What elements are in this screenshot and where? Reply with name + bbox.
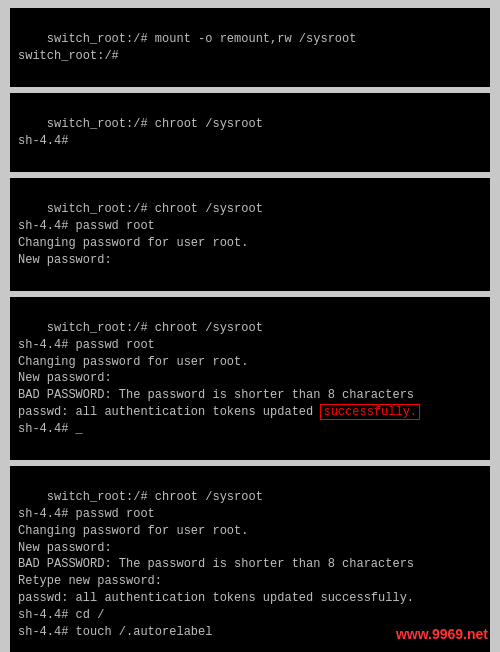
terminal-line: Changing password for user root. xyxy=(18,236,248,250)
terminal-line: sh-4.4# _ xyxy=(18,422,83,436)
terminal-block-3: switch_root:/# chroot /sysroot sh-4.4# p… xyxy=(10,178,490,291)
terminal-line: switch_root:/# chroot /sysroot xyxy=(47,117,263,131)
terminal-line: BAD PASSWORD: The password is shorter th… xyxy=(18,557,414,571)
terminal-line: switch_root:/# chroot /sysroot xyxy=(47,490,263,504)
terminal-line: switch_root:/# chroot /sysroot xyxy=(47,202,263,216)
terminal-line: New password: xyxy=(18,371,112,385)
terminal-line: switch_root:/# mount -o remount,rw /sysr… xyxy=(47,32,357,46)
terminal-line: Retype new password: xyxy=(18,574,162,588)
terminal-line: New password: xyxy=(18,541,112,555)
terminal-line: sh-4.4# passwd root xyxy=(18,338,155,352)
terminal-line: Changing password for user root. xyxy=(18,355,248,369)
terminal-block-2: switch_root:/# chroot /sysroot sh-4.4# xyxy=(10,93,490,172)
terminal-line: sh-4.4# xyxy=(18,134,68,148)
terminal-line: sh-4.4# passwd root xyxy=(18,507,155,521)
terminal-block-5: switch_root:/# chroot /sysroot sh-4.4# p… xyxy=(10,466,490,652)
terminal-line: sh-4.4# cd / xyxy=(18,608,104,622)
page-container: switch_root:/# mount -o remount,rw /sysr… xyxy=(0,0,500,652)
terminal-line: switch_root:/# chroot /sysroot xyxy=(47,321,263,335)
terminal-line: passwd: all authentication tokens update… xyxy=(18,404,420,420)
terminal-line: sh-4.4# touch /.autorelabel xyxy=(18,625,212,639)
watermark: www.9969.net xyxy=(396,626,488,642)
terminal-line: passwd: all authentication tokens update… xyxy=(18,591,414,605)
terminal-line: sh-4.4# passwd root xyxy=(18,219,155,233)
terminal-block-1: switch_root:/# mount -o remount,rw /sysr… xyxy=(10,8,490,87)
terminal-block-4: switch_root:/# chroot /sysroot sh-4.4# p… xyxy=(10,297,490,460)
terminal-line: New password: xyxy=(18,253,112,267)
terminal-line: Changing password for user root. xyxy=(18,524,248,538)
terminal-line: BAD PASSWORD: The password is shorter th… xyxy=(18,388,414,402)
success-highlight: successfully. xyxy=(320,404,420,420)
terminal-line: switch_root:/# xyxy=(18,49,119,63)
